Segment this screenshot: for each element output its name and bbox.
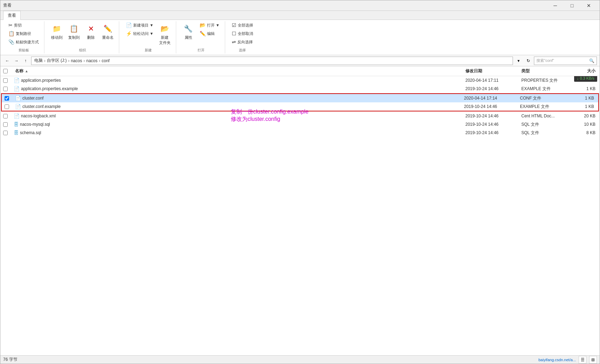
paste-shortcut-button[interactable]: 📎 粘贴快捷方式 [6, 38, 41, 46]
file-date: 2019-10-24 14:46 [464, 114, 520, 118]
row-checkbox[interactable] [3, 87, 8, 91]
path-conf[interactable]: conf [102, 58, 110, 63]
file-type: SQL 文件 [520, 122, 569, 128]
open-button[interactable]: 📂 打开 ▼ [197, 21, 222, 29]
file-size: 1 KB [569, 86, 597, 91]
search-box[interactable]: 搜索"conf" 🔍 [534, 57, 597, 65]
copy-to-button[interactable]: 📋 复制到 [66, 21, 82, 42]
file-row-cluster-conf-example[interactable]: 📄 cluster.conf.example 2019-10-24 14:46 … [2, 102, 598, 111]
file-name: cluster.conf.example [22, 104, 60, 109]
header-type[interactable]: 类型 [520, 68, 569, 74]
copy-path-label: 复制路径 [16, 31, 31, 36]
cut-button[interactable]: ✂ 剪切 [6, 21, 41, 29]
open-label: 打开 [198, 48, 205, 53]
deselect-all-icon: ☐ [232, 31, 236, 36]
file-date: 2019-10-24 14:46 [464, 122, 520, 127]
easy-access-button[interactable]: ⚡ 轻松访问 ▼ [123, 30, 156, 37]
file-row[interactable]: 🗄 nacos-mysql.sql 2019-10-24 14:46 SQL 文… [0, 120, 600, 129]
header-date[interactable]: 修改日期 [464, 68, 520, 74]
rename-label: 重命名 [102, 35, 114, 40]
address-path[interactable]: 电脑 › 自学区 (J:) › nacos › nacos › conf [31, 57, 513, 65]
header-name[interactable]: 名称 ▲ [14, 68, 464, 74]
file-type: EXAMPLE 文件 [519, 104, 567, 110]
copy-path-button[interactable]: 📋 复制路径 [6, 30, 41, 37]
file-row-cluster-conf[interactable]: 📄 cluster.conf 2020-04-14 17:14 CONF 文件 … [2, 94, 598, 102]
new-buttons: 📄 新建项目 ▼ ⚡ 轻松访问 ▼ 📂 新建文件夹 [123, 21, 173, 47]
header-checkbox-col [3, 69, 14, 73]
file-row[interactable]: 🗄 schema.sql 2019-10-24 14:46 SQL 文件 8 K… [0, 129, 600, 137]
file-type: PROPERTIES 文件 [520, 78, 569, 83]
ribbon-group-select: ☑ 全部选择 ☐ 全部取消 ⇌ 反向选择 选择 [227, 21, 258, 53]
select-all-button[interactable]: ☑ 全部选择 [229, 21, 256, 29]
path-nacos2[interactable]: nacos [86, 58, 98, 63]
row-checkbox[interactable] [5, 96, 9, 101]
row-name-col: 📄 nacos-logback.xml [14, 113, 464, 119]
large-icons-view-button[interactable]: ⊞ [589, 356, 597, 364]
new-item-button[interactable]: 📄 新建项目 ▼ [123, 21, 156, 29]
move-to-button[interactable]: 📁 移动到 [49, 21, 65, 42]
title-bar: 查看 ─ □ ✕ [0, 0, 600, 11]
row-name-col: 📄 application.properties [14, 78, 464, 83]
row-checkbox[interactable] [3, 114, 8, 118]
file-date: 2019-10-24 14:46 [463, 104, 519, 109]
path-drive[interactable]: 自学区 (J:) [47, 58, 67, 64]
minimize-button[interactable]: ─ [547, 1, 563, 10]
row-checkbox[interactable] [3, 78, 8, 83]
file-name: application.properties.example [21, 86, 78, 91]
search-icon[interactable]: 🔍 [589, 58, 594, 63]
rename-button[interactable]: ✏️ 重命名 [100, 21, 116, 42]
file-type: CONF 文件 [519, 95, 567, 101]
path-pc[interactable]: 电脑 [34, 58, 43, 64]
forward-button[interactable]: → [12, 57, 21, 65]
organize-buttons: 📁 移动到 📋 复制到 ✕ 删除 ✏️ 重命名 [49, 21, 116, 47]
file-row[interactable]: 📄 application.properties 2020-04-14 17:1… [0, 76, 600, 85]
file-icon: 📄 [14, 113, 20, 119]
file-size: 1 KB [567, 104, 595, 109]
copy-to-label: 复制到 [68, 35, 80, 40]
header-size[interactable]: 大小 [569, 68, 597, 74]
rename-icon: ✏️ [102, 23, 114, 34]
invert-icon: ⇌ [232, 39, 236, 45]
new-folder-button[interactable]: 📂 新建文件夹 [157, 21, 173, 47]
details-view-button[interactable]: ☰ [579, 356, 586, 364]
file-row[interactable]: 📄 application.properties.example 2019-10… [0, 85, 600, 93]
status-text: 76 字节 [3, 357, 17, 363]
row-checkbox[interactable] [3, 131, 8, 135]
file-date: 2019-10-24 14:46 [464, 130, 520, 135]
select-all-checkbox[interactable] [3, 69, 8, 73]
website-link[interactable]: baiyifang.csdn.net/a... [538, 358, 576, 362]
properties-icon: 🔧 [183, 23, 194, 34]
file-name: nacos-logback.xml [21, 114, 56, 118]
invert-selection-button[interactable]: ⇌ 反向选择 [229, 38, 256, 46]
path-nacos1[interactable]: nacos [71, 58, 82, 63]
edit-button[interactable]: ✏️ 编辑 [197, 30, 222, 37]
tab-view[interactable]: 查看 [3, 11, 21, 20]
row-checkbox-col [3, 122, 14, 127]
path-dropdown-button[interactable]: ▾ [514, 57, 523, 65]
copy-path-icon: 📋 [8, 31, 14, 36]
file-row[interactable]: 📄 nacos-logback.xml 2019-10-24 14:46 Cen… [0, 112, 600, 120]
delete-icon: ✕ [85, 23, 97, 34]
refresh-button[interactable]: ↻ [524, 57, 533, 65]
close-button[interactable]: ✕ [581, 1, 597, 10]
easy-access-label: 轻松访问 ▼ [133, 31, 153, 36]
new-folder-label: 新建文件夹 [159, 35, 171, 45]
deselect-all-button[interactable]: ☐ 全部取消 [229, 30, 256, 37]
file-list-container: 名称 ▲ 修改日期 类型 大小 📄 [0, 66, 600, 355]
invert-label: 反向选择 [237, 39, 253, 45]
row-checkbox[interactable] [3, 122, 8, 127]
maximize-button[interactable]: □ [564, 1, 580, 10]
file-name: schema.sql [20, 130, 41, 135]
row-checkbox[interactable] [5, 104, 9, 109]
paste-shortcut-label: 粘贴快捷方式 [16, 39, 39, 45]
ribbon-group-new: 📄 新建项目 ▼ ⚡ 轻松访问 ▼ 📂 新建文件夹 新建 [121, 21, 176, 53]
deselect-all-label: 全部取消 [238, 31, 253, 36]
open-buttons: 🔧 属性 📂 打开 ▼ ✏️ 编辑 [180, 21, 222, 47]
properties-button[interactable]: 🔧 属性 [180, 21, 197, 42]
up-button[interactable]: ↑ [21, 57, 30, 65]
row-checkbox-col [3, 87, 14, 91]
properties-label: 属性 [185, 35, 192, 40]
delete-button[interactable]: ✕ 删除 [83, 21, 99, 42]
back-button[interactable]: ← [3, 57, 12, 65]
file-name: nacos-mysql.sql [20, 122, 50, 127]
